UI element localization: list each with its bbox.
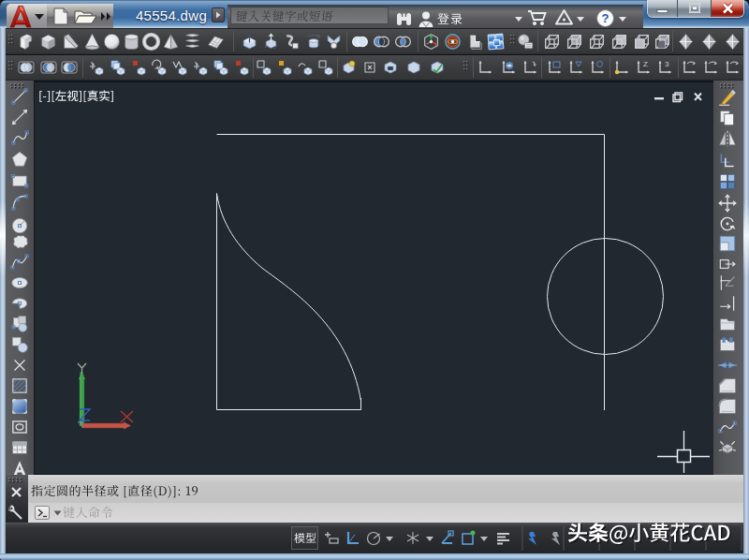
svg-text:Z: Z	[643, 60, 648, 68]
svg-text:?: ?	[602, 11, 609, 25]
svg-text:3: 3	[665, 60, 669, 68]
